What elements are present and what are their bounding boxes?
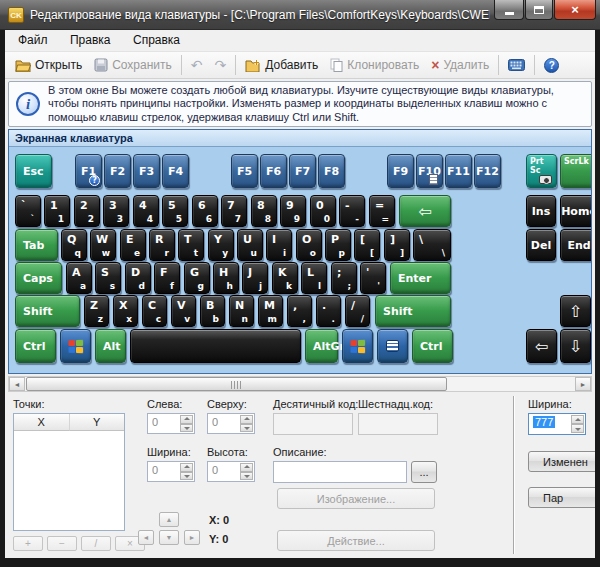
key-g[interactable]: Gg xyxy=(184,262,210,294)
key-d[interactable]: Dd xyxy=(125,262,151,294)
params-button[interactable]: Пар xyxy=(528,487,595,508)
menu-file[interactable]: Файл xyxy=(9,30,57,50)
scroll-left-button[interactable]: ◄ xyxy=(9,377,25,391)
key-c[interactable]: Cc xyxy=(142,295,167,327)
key-z[interactable]: Zz xyxy=(84,295,109,327)
key-f9[interactable]: F9 xyxy=(387,154,414,188)
key-prtsc[interactable]: Prt Sc xyxy=(526,154,557,188)
key-end[interactable]: End xyxy=(560,229,592,261)
height-spinner[interactable]: 0 xyxy=(207,461,255,482)
key-del[interactable]: Del xyxy=(526,229,556,261)
key-f12[interactable]: F12 xyxy=(474,154,501,188)
save-button[interactable]: Сохранить xyxy=(88,56,178,74)
key-n[interactable]: Nn xyxy=(229,295,254,327)
left-spinner-arrows[interactable] xyxy=(180,415,193,432)
key-f5[interactable]: F5 xyxy=(231,154,258,188)
change-button[interactable]: Изменен xyxy=(528,451,595,472)
key-u[interactable]: Uu xyxy=(237,229,263,261)
key-space[interactable] xyxy=(130,329,301,363)
key-arrow-up[interactable]: ⇧ xyxy=(560,295,591,327)
key-win-right[interactable] xyxy=(342,329,373,363)
redo-button[interactable]: ↷ xyxy=(209,56,233,74)
key-f3[interactable]: F3 xyxy=(133,154,160,188)
key-win-left[interactable] xyxy=(60,329,91,363)
width-spinner-arrows[interactable] xyxy=(180,463,193,480)
key-esc[interactable]: Esc xyxy=(15,154,52,188)
top-spinner-arrows[interactable] xyxy=(240,415,253,432)
key-f11[interactable]: F11 xyxy=(445,154,472,188)
keyboard-canvas[interactable]: EscF1?F2F3F4F5F6F7F8F9F10F11F12Prt ScScr… xyxy=(9,147,592,373)
clone-button[interactable]: Клонировать xyxy=(324,56,425,74)
key-8[interactable]: 88 xyxy=(251,195,277,227)
key-s[interactable]: Ss xyxy=(95,262,121,294)
menu-help[interactable]: Справка xyxy=(124,30,189,50)
point-add-tool[interactable]: + xyxy=(13,536,43,551)
key-l[interactable]: Ll xyxy=(301,262,327,294)
sidebar-width-spinner-arrows[interactable] xyxy=(571,415,584,433)
action-button[interactable]: Действие... xyxy=(277,530,435,551)
points-col-y[interactable]: Y xyxy=(70,414,125,431)
key-alt[interactable]: Alt xyxy=(95,329,126,363)
key-m[interactable]: Mm xyxy=(258,295,283,327)
key-shift-right[interactable]: Shift xyxy=(375,295,451,327)
key-caps[interactable]: Caps xyxy=(15,262,62,294)
key-backslash[interactable]: \\ xyxy=(413,229,451,261)
key-home[interactable]: Home xyxy=(560,195,592,227)
key-lbracket[interactable]: [[ xyxy=(354,229,380,261)
key-v[interactable]: Vv xyxy=(171,295,196,327)
left-spinner[interactable]: 0 xyxy=(147,413,195,434)
point-curve-tool[interactable]: / xyxy=(81,536,111,551)
key-t[interactable]: Tt xyxy=(178,229,204,261)
nudge-right-button[interactable]: ► xyxy=(184,530,200,545)
points-table[interactable]: X Y xyxy=(13,413,125,531)
sidebar-width-spinner[interactable]: 777 xyxy=(528,413,586,435)
key-j[interactable]: Jj xyxy=(242,262,268,294)
nudge-up-button[interactable]: ▲ xyxy=(159,512,179,527)
key-3[interactable]: 33 xyxy=(103,195,129,227)
key-k[interactable]: Kk xyxy=(272,262,298,294)
key-6[interactable]: 66 xyxy=(192,195,218,227)
key-p[interactable]: Pp xyxy=(325,229,351,261)
scrollbar-thumb[interactable] xyxy=(26,377,447,391)
key-menu[interactable] xyxy=(377,329,408,363)
add-button[interactable]: Добавить xyxy=(239,56,324,74)
key-f10[interactable]: F10 xyxy=(416,154,443,188)
key-w[interactable]: Ww xyxy=(90,229,116,261)
key-arrow-left[interactable]: ⇦ xyxy=(526,329,557,363)
key-backspace[interactable]: ⇦ xyxy=(399,195,451,227)
key-f4[interactable]: F4 xyxy=(162,154,189,188)
key-r[interactable]: Rr xyxy=(149,229,175,261)
key-q[interactable]: Qq xyxy=(61,229,87,261)
key-period[interactable]: .. xyxy=(316,295,341,327)
key-f8[interactable]: F8 xyxy=(318,154,345,188)
key-ins[interactable]: Ins xyxy=(526,195,556,227)
key-backquote[interactable]: `` xyxy=(15,195,41,227)
width-spinner[interactable]: 0 xyxy=(147,461,195,482)
key-f2[interactable]: F2 xyxy=(104,154,131,188)
keyboard-view-button[interactable] xyxy=(502,57,531,73)
key-7[interactable]: 77 xyxy=(221,195,247,227)
help-button[interactable]: ? xyxy=(538,56,565,75)
image-button[interactable]: Изображение... xyxy=(277,488,435,509)
key-shift-left[interactable]: Shift xyxy=(15,295,80,327)
height-spinner-arrows[interactable] xyxy=(240,463,253,480)
key-altgr[interactable]: AltGr xyxy=(305,329,338,363)
nudge-down-button[interactable]: ▼ xyxy=(159,530,179,545)
close-button[interactable]: × xyxy=(554,0,596,20)
minimize-button[interactable] xyxy=(494,0,524,20)
key-f[interactable]: Ff xyxy=(154,262,180,294)
key-f1[interactable]: F1? xyxy=(75,154,102,188)
undo-button[interactable]: ↶ xyxy=(185,56,209,74)
key-minus[interactable]: -- xyxy=(339,195,365,227)
key-ctrl-left[interactable]: Ctrl xyxy=(15,329,56,363)
open-button[interactable]: Открыть xyxy=(9,56,88,74)
menu-edit[interactable]: Правка xyxy=(61,30,120,50)
key-b[interactable]: Bb xyxy=(200,295,225,327)
key-comma[interactable]: ,, xyxy=(287,295,312,327)
maximize-button[interactable] xyxy=(525,0,553,20)
key-e[interactable]: Ee xyxy=(120,229,146,261)
scroll-right-button[interactable]: ► xyxy=(575,377,591,391)
key-rbracket[interactable]: ]] xyxy=(384,229,410,261)
point-line-tool[interactable]: − xyxy=(47,536,77,551)
top-spinner[interactable]: 0 xyxy=(207,413,255,434)
